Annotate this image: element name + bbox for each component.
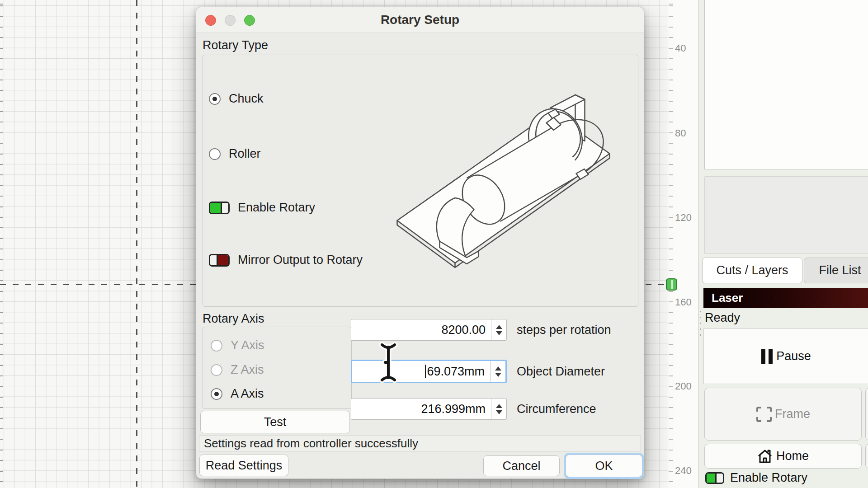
radio-icon[interactable]	[211, 340, 222, 352]
toggle-knob	[210, 255, 218, 265]
radio-label: Roller	[229, 147, 261, 161]
rotary-type-label: Rotary Type	[203, 38, 268, 52]
spinner-control[interactable]	[491, 399, 506, 419]
status-bar: Settings read from controller successful…	[199, 436, 641, 451]
mirror-output-toggle[interactable]	[209, 254, 230, 267]
dialog-title: Rotary Setup	[196, 13, 644, 27]
radio-icon[interactable]	[211, 364, 222, 376]
text-caret	[425, 365, 426, 378]
frame-secondary-button-cut[interactable]	[865, 388, 868, 441]
ruler-label: 120	[675, 212, 692, 224]
pause-icon	[761, 349, 773, 364]
chuck-rotary-illustration	[386, 85, 642, 275]
field-value[interactable]: 216.999mm	[351, 399, 491, 419]
toggle-knob	[221, 203, 228, 213]
rotary-setup-dialog: Rotary Setup Rotary Type Chuck Roller En…	[196, 7, 644, 479]
ok-button[interactable]: OK	[566, 455, 642, 477]
enable-rotary-label: Enable Rotary	[730, 471, 807, 485]
rotary-axis-label: Rotary Axis	[203, 312, 264, 326]
panel-upper-box	[704, 0, 868, 169]
radio-y-axis[interactable]: Y Axis	[211, 338, 264, 352]
circumference-row: 216.999mm Circumference	[351, 398, 596, 420]
spin-down-icon[interactable]	[496, 410, 502, 414]
toggle-label: Mirror Output to Rotary	[238, 253, 363, 267]
object-diameter-field[interactable]: 69.073mm	[351, 360, 507, 383]
radio-icon[interactable]	[209, 93, 221, 105]
frame-button[interactable]: Frame	[704, 388, 862, 441]
spinner-control[interactable]	[491, 319, 506, 340]
left-ruler-ticks	[0, 0, 3, 488]
radio-label: Chuck	[229, 92, 264, 106]
spin-down-icon[interactable]	[496, 331, 502, 335]
frame-button-label: Frame	[775, 407, 810, 421]
ruler-label: 200	[675, 380, 692, 392]
spinner-control[interactable]	[490, 361, 505, 382]
ruler-label: 240	[675, 465, 692, 477]
pause-button[interactable]: Pause	[703, 328, 868, 384]
toggle-knob	[715, 474, 723, 483]
panel-preview-box	[704, 176, 868, 254]
spin-up-icon[interactable]	[496, 404, 502, 408]
field-value[interactable]: 69.073mm	[352, 361, 490, 382]
radio-a-axis[interactable]: A Axis	[211, 387, 264, 401]
home-button-label: Home	[776, 449, 809, 463]
enable-rotary-row: Enable Rotary	[209, 201, 315, 215]
steps-per-rotation-field[interactable]: 8200.00	[351, 319, 507, 341]
radio-icon[interactable]	[209, 148, 221, 160]
ruler-ticks	[669, 0, 673, 488]
spin-down-icon[interactable]	[495, 373, 501, 377]
home-button[interactable]: Home	[704, 444, 862, 469]
tab-file-list[interactable]: File List	[804, 258, 868, 283]
toggle-label: Enable Rotary	[238, 201, 315, 215]
panel-enable-rotary-row: Enable Rotary	[705, 471, 807, 485]
vertical-ruler: 40 80 120 160 200 240	[668, 0, 698, 488]
field-label: steps per rotation	[517, 323, 611, 337]
ruler-label: 80	[675, 127, 686, 139]
mirror-output-row: Mirror Output to Rotary	[209, 253, 363, 267]
side-panel: Cuts / Layers File List Laser Ready Paus…	[698, 0, 868, 488]
read-settings-button[interactable]: Read Settings	[199, 455, 288, 476]
lightburn-workspace: 40 80 120 160 200 240 Cuts / Layers File…	[0, 0, 868, 488]
ruler-label: 40	[675, 42, 686, 54]
cancel-button[interactable]: Cancel	[483, 455, 560, 476]
radio-z-axis[interactable]: Z Axis	[211, 363, 264, 377]
dialog-titlebar[interactable]: Rotary Setup	[196, 7, 644, 33]
field-value[interactable]: 8200.00	[351, 319, 491, 340]
ruler-label: 160	[675, 296, 692, 308]
radio-label: Y Axis	[231, 338, 264, 352]
pause-button-label: Pause	[776, 349, 811, 363]
tab-cuts-layers[interactable]: Cuts / Layers	[702, 258, 802, 283]
test-button[interactable]: Test	[200, 411, 350, 433]
home-secondary-button-cut[interactable]	[865, 444, 868, 469]
ibeam-cursor	[377, 342, 400, 383]
radio-label: A Axis	[231, 387, 264, 401]
radio-roller[interactable]: Roller	[209, 147, 261, 161]
radio-label: Z Axis	[231, 363, 264, 377]
radio-chuck[interactable]: Chuck	[209, 92, 264, 106]
radio-icon[interactable]	[211, 388, 222, 400]
machine-origin-crosshair-vertical	[136, 0, 137, 488]
spin-up-icon[interactable]	[495, 366, 501, 371]
spin-up-icon[interactable]	[496, 325, 502, 329]
panel-splitter-handle[interactable]	[700, 311, 701, 337]
laser-panel-title: Laser	[703, 291, 743, 305]
ruler-position-marker-icon	[666, 278, 677, 291]
field-label: Object Diameter	[517, 365, 605, 379]
field-label: Circumference	[517, 402, 596, 416]
steps-per-rotation-row: 8200.00 steps per rotation	[351, 319, 611, 341]
home-icon	[757, 449, 773, 464]
frame-icon	[756, 406, 772, 422]
enable-rotary-toggle[interactable]	[705, 472, 724, 484]
circumference-field[interactable]: 216.999mm	[351, 398, 507, 420]
laser-status-text: Ready	[705, 311, 740, 325]
enable-rotary-toggle[interactable]	[209, 202, 230, 214]
laser-panel-header[interactable]: Laser	[703, 288, 868, 308]
